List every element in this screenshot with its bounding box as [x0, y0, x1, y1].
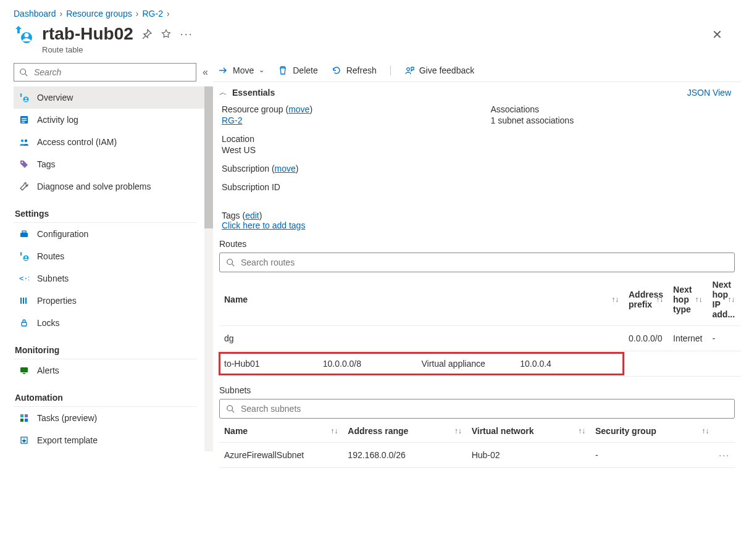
chevron-up-icon[interactable]: ︿ — [219, 87, 227, 98]
nav-overview[interactable]: Overview — [14, 86, 213, 109]
edit-tags-link[interactable]: edit — [245, 211, 259, 220]
crumb-rg2[interactable]: RG-2 — [142, 9, 162, 19]
sort-icon[interactable]: ↑↓ — [701, 427, 709, 435]
routes-search[interactable] — [219, 253, 735, 272]
section-monitoring: Monitoring — [14, 336, 197, 359]
svg-rect-14 — [22, 231, 26, 233]
sort-icon[interactable]: ↑↓ — [695, 295, 703, 304]
col-range[interactable]: Address range — [348, 426, 408, 436]
nav-access-control[interactable]: Access control (IAM) — [14, 131, 213, 153]
route-table-icon — [19, 93, 30, 102]
delete-label: Delete — [293, 65, 317, 75]
row-menu-icon[interactable]: ··· — [714, 442, 735, 467]
cell-name: AzureFirewallSubnet — [219, 442, 343, 467]
tags-label: Tags (edit) — [222, 211, 262, 220]
cell-sg: - — [590, 442, 714, 467]
nav-alerts[interactable]: Alerts — [14, 359, 213, 382]
svg-rect-7 — [22, 118, 27, 119]
routes-search-input[interactable] — [240, 257, 728, 268]
svg-line-33 — [232, 410, 235, 412]
nav-configuration[interactable]: Configuration — [14, 223, 213, 245]
nav-item-label: Subnets — [37, 274, 69, 283]
nav-item-label: Access control (IAM) — [37, 137, 117, 147]
table-row[interactable]: AzureFirewallSubnet 192.168.0.0/26 Hub-0… — [219, 442, 735, 467]
refresh-button[interactable]: Refresh — [332, 65, 377, 75]
table-row[interactable]: dg 0.0.0.0/0 Internet - ··· — [219, 325, 741, 351]
sort-icon[interactable]: ↑↓ — [330, 427, 338, 435]
nav-item-label: Tags — [37, 159, 56, 169]
export-icon — [19, 435, 30, 445]
subnets-search-input[interactable] — [240, 403, 728, 414]
delete-button[interactable]: Delete — [278, 65, 317, 75]
sort-icon[interactable]: ↑↓ — [454, 427, 462, 435]
chevron-right-icon: › — [136, 9, 139, 19]
svg-point-30 — [227, 259, 233, 265]
table-row[interactable]: to-Hub01 10.0.0.0/8 Virtual appliance 10… — [219, 351, 741, 376]
search-icon — [226, 258, 235, 267]
subnets-title: Subnets — [219, 385, 735, 395]
collapse-sidebar-icon[interactable]: « — [203, 67, 208, 78]
cell-prefix: 0.0.0.0/0 — [624, 325, 668, 351]
svg-rect-8 — [22, 120, 27, 121]
svg-rect-25 — [25, 414, 28, 417]
nav-diagnose[interactable]: Diagnose and solve problems — [14, 175, 213, 198]
svg-rect-24 — [20, 414, 23, 417]
more-icon[interactable]: ··· — [180, 28, 193, 41]
close-icon[interactable]: ✕ — [707, 25, 727, 44]
col-hop-type[interactable]: Next hop type — [673, 285, 692, 314]
crumb-dashboard[interactable]: Dashboard — [14, 9, 56, 19]
cell-hop-ip: - — [708, 325, 740, 351]
pin-icon[interactable] — [142, 29, 152, 39]
command-bar: Move ⌄ Delete Refresh Give feedback — [213, 59, 741, 82]
nav-tasks[interactable]: Tasks (preview) — [14, 407, 213, 429]
nav-tags[interactable]: Tags — [14, 153, 213, 175]
svg-rect-9 — [22, 122, 25, 123]
sort-icon[interactable]: ↑↓ — [727, 295, 735, 304]
subnet-icon: <·> — [19, 274, 30, 283]
sidebar-search-input[interactable] — [33, 67, 191, 78]
feedback-label: Give feedback — [419, 65, 475, 75]
cell-range: 192.168.0.0/26 — [343, 442, 466, 467]
nav-routes[interactable]: Routes — [14, 245, 213, 267]
nav-locks[interactable]: Locks — [14, 312, 213, 334]
col-vnet[interactable]: Virtual network — [472, 426, 534, 436]
col-name[interactable]: Name — [224, 295, 248, 304]
move-label: Move — [233, 65, 254, 75]
json-view-link[interactable]: JSON View — [687, 88, 735, 98]
feedback-button[interactable]: Give feedback — [390, 65, 475, 75]
svg-rect-22 — [20, 367, 28, 372]
nav-item-label: Routes — [37, 251, 64, 261]
svg-rect-27 — [25, 419, 28, 422]
col-sg[interactable]: Security group — [595, 426, 656, 436]
sort-icon[interactable]: ↑↓ — [656, 295, 663, 304]
move-rg-link[interactable]: move — [288, 104, 309, 114]
crumb-resource-groups[interactable]: Resource groups — [66, 9, 132, 19]
move-button[interactable]: Move ⌄ — [218, 65, 264, 75]
cell-name: to-Hub01 10.0.0.0/8 Virtual appliance 10… — [219, 351, 624, 376]
cell-name: dg — [219, 325, 624, 351]
move-sub-link[interactable]: move — [275, 164, 296, 173]
col-name[interactable]: Name — [224, 426, 248, 436]
search-icon — [19, 68, 28, 77]
nav-activity-log[interactable]: Activity log — [14, 109, 213, 131]
star-icon[interactable] — [161, 28, 172, 40]
loc-label: Location — [222, 134, 466, 144]
add-tags-link[interactable]: Click here to add tags — [222, 220, 305, 230]
nav-subnets[interactable]: <·> Subnets — [14, 267, 213, 290]
search-icon — [226, 404, 235, 413]
tag-icon — [19, 159, 30, 169]
nav-item-label: Overview — [37, 93, 73, 102]
svg-point-2 — [20, 69, 26, 75]
routes-title: Routes — [219, 239, 735, 249]
rg-value-link[interactable]: RG-2 — [222, 115, 242, 125]
sort-icon[interactable]: ↑↓ — [578, 427, 585, 435]
sort-icon[interactable]: ↑↓ — [611, 295, 619, 304]
sidebar-search[interactable] — [14, 63, 196, 81]
rg-label: Resource group (move) — [222, 104, 312, 114]
nav-export-template[interactable]: Export template — [14, 429, 213, 451]
svg-line-31 — [232, 264, 235, 266]
nav-properties[interactable]: Properties — [14, 290, 213, 312]
loc-value: West US — [222, 145, 466, 155]
scrollbar-thumb[interactable] — [204, 86, 213, 228]
subnets-search[interactable] — [219, 399, 735, 419]
